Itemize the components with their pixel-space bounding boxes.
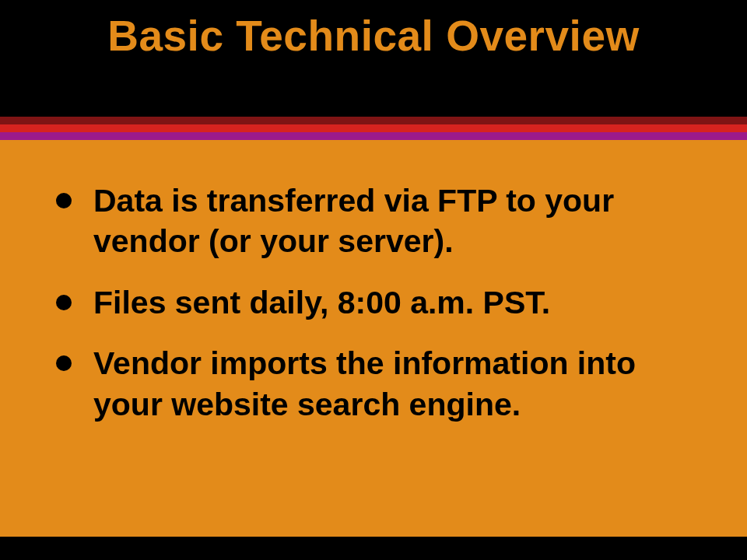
decorative-bars [0,117,747,148]
bar-orange [0,140,747,148]
bar-dark-red [0,117,747,124]
bar-purple [0,132,747,140]
slide-title: Basic Technical Overview [0,0,747,61]
list-item: Files sent daily, 8:00 a.m. PST. [56,282,705,323]
title-area: Basic Technical Overview [0,0,747,117]
bar-red [0,124,747,132]
list-item: Data is transferred via FTP to your vend… [56,180,705,262]
bullet-list: Data is transferred via FTP to your vend… [0,148,747,425]
list-item: Vendor imports the information into your… [56,343,705,425]
content-area: Data is transferred via FTP to your vend… [0,148,747,537]
slide: Basic Technical Overview Data is transfe… [0,0,747,560]
